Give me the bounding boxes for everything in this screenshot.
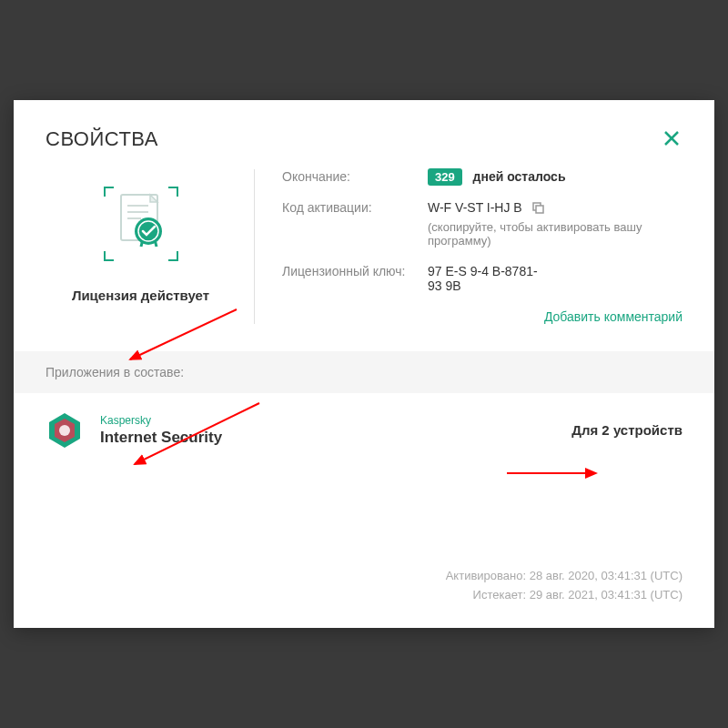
license-key-row: Лицензионный ключ: 97 E-S 9-4 B-8781- 93… (282, 264, 682, 293)
copy-icon[interactable] (531, 201, 544, 217)
devices-count: Для 2 устройств (571, 422, 682, 438)
license-key-label: Лицензионный ключ: (282, 264, 428, 278)
activation-code-label: Код активации: (282, 200, 428, 215)
license-status-text: Лицензия действует (46, 288, 236, 303)
close-button[interactable] (661, 127, 682, 149)
activation-code-text: W-F V-ST I-HJ B (428, 200, 522, 215)
days-remaining-text: дней осталось (473, 169, 566, 184)
license-key-value: 97 E-S 9-4 B-8781- 93 9B (428, 264, 682, 293)
app-info: Kaspersky Internet Security (46, 411, 222, 450)
expires-date: Истекает: 29 авг. 2021, 03:41:31 (UTC) (446, 586, 682, 605)
apps-section-header: Приложения в составе: (14, 351, 714, 393)
license-section: Лицензия действует Окончание: 329 дней о… (14, 151, 714, 351)
activation-code-value: W-F V-ST I-HJ B (скопируйте, чтобы актив… (428, 200, 682, 248)
expiration-label: Окончание: (282, 169, 428, 184)
svg-point-14 (59, 425, 70, 436)
activated-date: Активировано: 28 авг. 2020, 03:41:31 (UT… (446, 567, 682, 586)
license-visual-column: Лицензия действует (46, 169, 255, 324)
license-details-column: Окончание: 329 дней осталось Код активац… (255, 169, 682, 324)
license-key-line2: 93 9B (428, 278, 682, 293)
license-document-icon (96, 178, 187, 269)
add-comment-link[interactable]: Добавить комментарий (282, 309, 682, 324)
close-icon (663, 130, 680, 147)
expiration-row: Окончание: 329 дней осталось (282, 169, 682, 184)
days-remaining-badge: 329 (428, 168, 462, 186)
properties-modal: СВОЙСТВА (14, 100, 714, 628)
modal-title: СВОЙСТВА (46, 127, 158, 151)
expiration-value: 329 дней осталось (428, 169, 682, 184)
copy-hint-text: (скопируйте, чтобы активировать вашу про… (428, 220, 682, 248)
app-product-name: Internet Security (100, 429, 222, 447)
app-brand: Kaspersky (100, 414, 222, 427)
app-row: Kaspersky Internet Security Для 2 устрой… (14, 393, 714, 486)
modal-header: СВОЙСТВА (14, 100, 714, 151)
product-hex-icon (46, 411, 84, 450)
footer-dates: Активировано: 28 авг. 2020, 03:41:31 (UT… (446, 567, 682, 605)
activation-code-row: Код активации: W-F V-ST I-HJ B (скопируй… (282, 200, 682, 248)
license-key-line1: 97 E-S 9-4 B-8781- (428, 264, 682, 278)
app-text: Kaspersky Internet Security (100, 414, 222, 447)
svg-rect-11 (536, 206, 543, 213)
